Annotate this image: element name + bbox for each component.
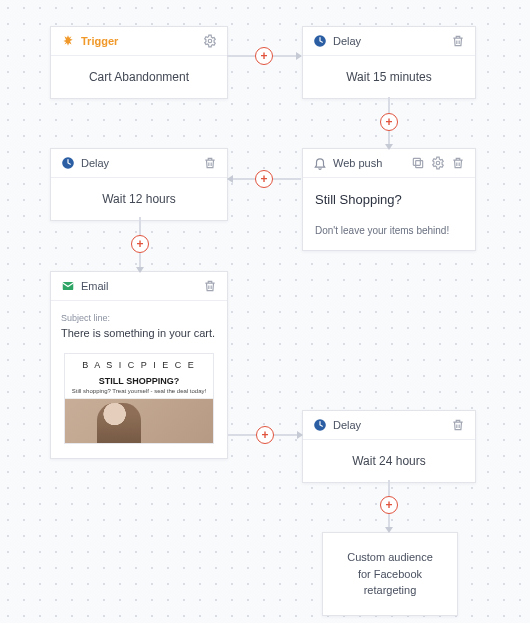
- node-webpush[interactable]: Web push Still Shopping? Don't leave you…: [302, 148, 476, 251]
- trash-icon[interactable]: [203, 156, 217, 170]
- clock-icon: [313, 418, 327, 432]
- preview-headline: STILL SHOPPING?: [65, 374, 213, 388]
- mail-icon: [61, 279, 75, 293]
- svg-rect-2: [416, 161, 423, 168]
- node-delay-12h[interactable]: Delay Wait 12 hours: [50, 148, 228, 221]
- preview-hero-image: [65, 399, 213, 443]
- trash-icon[interactable]: [203, 279, 217, 293]
- copy-icon[interactable]: [411, 156, 425, 170]
- node-type-label: Delay: [333, 419, 361, 431]
- node-delay-15min[interactable]: Delay Wait 15 minutes: [302, 26, 476, 99]
- node-body: Wait 12 hours: [51, 178, 227, 220]
- node-header: Trigger: [51, 27, 227, 56]
- audience-line1: Custom audience: [335, 549, 445, 566]
- webpush-desc: Don't leave your items behind!: [315, 225, 463, 236]
- preview-subtext: Still shopping? Treat yourself - seal th…: [65, 388, 213, 399]
- node-header: Web push: [303, 149, 475, 178]
- node-delay-24h[interactable]: Delay Wait 24 hours: [302, 410, 476, 483]
- arrowhead-icon: [297, 431, 303, 439]
- subject-line: There is something in your cart.: [61, 327, 217, 339]
- node-type-label: Email: [81, 280, 109, 292]
- svg-point-4: [436, 161, 440, 165]
- arrowhead-icon: [136, 267, 144, 273]
- node-type-label: Web push: [333, 157, 382, 169]
- node-type-label: Delay: [333, 35, 361, 47]
- trash-icon[interactable]: [451, 156, 465, 170]
- node-custom-audience[interactable]: Custom audience for Facebook retargeting: [322, 532, 458, 616]
- node-header: Delay: [51, 149, 227, 178]
- node-header: Delay: [303, 27, 475, 56]
- add-step-button[interactable]: +: [131, 235, 149, 253]
- preview-brand: B A S I C P I E C E: [65, 354, 213, 374]
- node-body: Cart Abandonment: [51, 56, 227, 98]
- audience-line2: for Facebook retargeting: [335, 566, 445, 599]
- node-type-label: Delay: [81, 157, 109, 169]
- node-body: Still Shopping? Don't leave your items b…: [303, 178, 475, 250]
- node-trigger[interactable]: Trigger Cart Abandonment: [50, 26, 228, 99]
- spark-icon: [61, 34, 75, 48]
- node-type-label: Trigger: [81, 35, 118, 47]
- add-step-button[interactable]: +: [256, 426, 274, 444]
- node-body: Subject line: There is something in your…: [51, 301, 227, 458]
- node-header: Delay: [303, 411, 475, 440]
- node-body: Wait 24 hours: [303, 440, 475, 482]
- arrowhead-icon: [385, 527, 393, 533]
- add-step-button[interactable]: +: [255, 170, 273, 188]
- add-step-button[interactable]: +: [380, 496, 398, 514]
- trash-icon[interactable]: [451, 34, 465, 48]
- add-step-button[interactable]: +: [255, 47, 273, 65]
- gear-icon[interactable]: [431, 156, 445, 170]
- node-header: Email: [51, 272, 227, 301]
- clock-icon: [61, 156, 75, 170]
- add-step-button[interactable]: +: [380, 113, 398, 131]
- bell-icon: [313, 156, 327, 170]
- svg-point-0: [208, 39, 212, 43]
- webpush-title: Still Shopping?: [315, 192, 463, 207]
- arrowhead-icon: [227, 175, 233, 183]
- workflow-canvas[interactable]: + + + + + + Trigger Cart Abandonment: [0, 0, 530, 623]
- arrowhead-icon: [385, 144, 393, 150]
- node-body: Wait 15 minutes: [303, 56, 475, 98]
- email-preview[interactable]: B A S I C P I E C E STILL SHOPPING? Stil…: [64, 353, 214, 444]
- arrowhead-icon: [296, 52, 302, 60]
- clock-icon: [313, 34, 327, 48]
- node-email[interactable]: Email Subject line: There is something i…: [50, 271, 228, 459]
- svg-rect-3: [413, 158, 420, 165]
- trash-icon[interactable]: [451, 418, 465, 432]
- subject-label: Subject line:: [61, 313, 217, 323]
- gear-icon[interactable]: [203, 34, 217, 48]
